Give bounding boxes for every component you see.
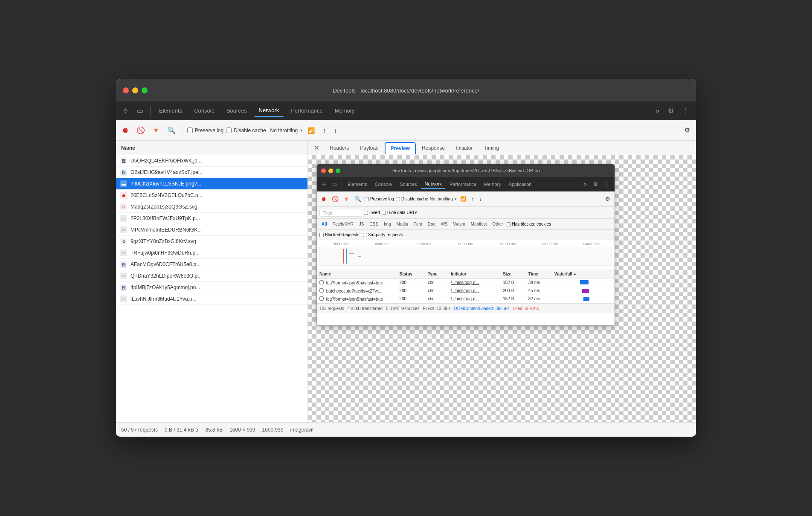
inner-cache-checkbox[interactable] xyxy=(396,197,400,201)
third-party-checkbox[interactable] xyxy=(363,233,367,237)
preserve-log-checkbox[interactable] xyxy=(187,128,193,133)
table-row[interactable]: log?format=json&hasfast=true 200 xhr /_/… xyxy=(317,295,615,303)
inner-tab-sources[interactable]: Sources xyxy=(396,180,420,188)
type-doc-btn[interactable]: Doc xyxy=(426,221,438,227)
invert-checkbox[interactable] xyxy=(364,211,368,215)
cell-initiator[interactable]: /_/mss/boq-d... xyxy=(448,278,500,287)
list-item[interactable]: ▭ TRFujw0pi0nHF3GwDuRn.p... xyxy=(116,247,307,259)
tab-initiator[interactable]: Initiator xyxy=(451,142,478,154)
inner-preserve-checkbox[interactable] xyxy=(365,197,369,201)
type-css-btn[interactable]: CSS xyxy=(367,221,380,227)
invert-label[interactable]: Invert xyxy=(364,210,380,215)
tab-headers[interactable]: Headers xyxy=(325,142,354,154)
inner-search-btn[interactable]: 🔍 xyxy=(353,195,363,203)
wifi-icon[interactable]: 📶 xyxy=(305,125,317,136)
list-item[interactable]: ⚙ 9gzXiTYY0nZzBxGl6KrV.svg xyxy=(116,236,307,247)
inner-filter-icon-btn[interactable]: ▼ xyxy=(342,195,351,203)
inner-tab-memory[interactable]: Memory xyxy=(481,180,505,188)
list-item[interactable]: 🖼 4pIMBj7zOAk1y5Agmmoj.pn... xyxy=(116,282,307,293)
tab-elements[interactable]: Elements xyxy=(154,105,187,116)
list-item-selected[interactable]: ▬ h90CtfziXIuvh1LSSKJE.png?... xyxy=(116,178,307,190)
inner-tab-console[interactable]: Console xyxy=(371,180,395,188)
filter-button[interactable]: ▼ xyxy=(150,125,162,136)
inner-filter-input[interactable] xyxy=(319,209,362,217)
minimize-button[interactable] xyxy=(132,87,138,93)
maximize-button[interactable] xyxy=(142,87,148,93)
col-header-waterfall[interactable]: Waterfall ▲ xyxy=(552,270,615,278)
list-item[interactable]: 🖼 U5OHzQL4tEKFr6OFlxWK.jp... xyxy=(116,155,307,167)
disable-cache-checkbox[interactable] xyxy=(226,128,232,133)
blocked-checkbox[interactable] xyxy=(319,233,324,237)
col-header-type[interactable]: Type xyxy=(425,270,448,278)
list-item[interactable]: ⏺ 20E6CLcSzNV2GELQu7oC.p... xyxy=(116,190,307,201)
type-all-btn[interactable]: All xyxy=(319,221,329,227)
row-checkbox[interactable] xyxy=(319,296,324,301)
search-button[interactable]: 🔍 xyxy=(165,125,178,136)
download-icon[interactable]: ↓ xyxy=(331,125,339,136)
type-img-btn[interactable]: Img xyxy=(382,221,393,227)
upload-icon[interactable]: ↑ xyxy=(320,125,328,136)
tab-response[interactable]: Response xyxy=(417,142,450,154)
type-fetch-btn[interactable]: Fetch/XHR xyxy=(331,221,356,227)
device-icon[interactable]: ▭ xyxy=(133,104,147,117)
row-checkbox[interactable] xyxy=(319,288,324,293)
panel-close-button[interactable]: ✕ xyxy=(311,143,322,153)
tab-sources[interactable]: Sources xyxy=(221,105,252,116)
inner-preserve-log[interactable]: Preserve log xyxy=(365,197,394,201)
tab-performance[interactable]: Performance xyxy=(286,105,328,116)
cell-initiator[interactable]: /_/mss/boq-d... xyxy=(448,295,500,303)
type-js-btn[interactable]: JS xyxy=(357,221,366,227)
tab-console[interactable]: Console xyxy=(189,105,220,116)
list-item[interactable]: 🖼 O2sIJEHG9avKV4aqzSx7.jpe... xyxy=(116,167,307,178)
cell-initiator[interactable]: /_/mss/boq-d... xyxy=(448,287,500,295)
tab-timing[interactable]: Timing xyxy=(479,142,505,154)
close-button[interactable] xyxy=(123,87,129,93)
list-item[interactable]: 🖼 AFacMOgv6D0CFTr6U5e8.p... xyxy=(116,259,307,270)
settings-icon[interactable]: ⚙ xyxy=(664,104,677,117)
col-header-initiator[interactable]: Initiator xyxy=(448,270,500,278)
inner-clear-btn[interactable]: 🚫 xyxy=(330,195,340,203)
more-tabs-icon[interactable]: » xyxy=(652,104,663,117)
inner-wifi-icon[interactable]: 📶 xyxy=(458,195,468,203)
hide-urls-checkbox[interactable] xyxy=(382,211,386,215)
inner-net-settings[interactable]: ⚙ xyxy=(603,195,612,203)
inner-upload-btn[interactable]: ↑ xyxy=(470,195,476,203)
clear-button[interactable]: 🚫 xyxy=(134,125,148,136)
list-item[interactable]: ⊘ MadqZsIZpo1sj3qQ3GsZ.svg xyxy=(116,201,307,213)
cursor-icon[interactable]: ⊹ xyxy=(119,104,132,117)
inner-record-btn[interactable]: ⏺ xyxy=(319,195,328,203)
table-row[interactable]: batchexecute?rpcids=xZTw... 200 xhr /_/m… xyxy=(317,287,615,295)
col-header-time[interactable]: Time xyxy=(526,270,552,278)
third-party-label[interactable]: 3rd-party requests xyxy=(363,232,403,237)
type-ws-btn[interactable]: WS xyxy=(439,221,450,227)
inner-tab-elements[interactable]: Elements xyxy=(344,180,371,188)
tab-preview[interactable]: Preview xyxy=(385,142,416,154)
more-options-icon[interactable]: ⋮ xyxy=(679,104,693,117)
tab-payload[interactable]: Payload xyxy=(355,142,383,154)
inner-tab-performance[interactable]: Performance xyxy=(446,180,480,188)
disable-cache-label[interactable]: Disable cache xyxy=(226,128,266,133)
has-blocked-checkbox[interactable] xyxy=(507,222,511,226)
list-item[interactable]: ▭ 2P2L80XfBoFWJFxU9TpK.p... xyxy=(116,213,307,224)
tab-memory[interactable]: Memory xyxy=(330,105,360,116)
hide-urls-label[interactable]: Hide data URLs xyxy=(382,210,418,215)
inner-tab-network[interactable]: Network xyxy=(421,180,445,189)
network-settings-icon[interactable]: ⚙ xyxy=(682,125,693,136)
col-header-size[interactable]: Size xyxy=(500,270,526,278)
type-media-btn[interactable]: Media xyxy=(394,221,410,227)
type-manifest-btn[interactable]: Manifest xyxy=(469,221,489,227)
type-wasm-btn[interactable]: Wasm xyxy=(451,221,467,227)
record-button[interactable]: ⏺ xyxy=(119,125,131,136)
list-item[interactable]: ▭ QTDnaY32hLDipeRW8e3O.p... xyxy=(116,270,307,282)
col-header-name[interactable]: Name xyxy=(317,270,397,278)
inner-download-btn[interactable]: ↓ xyxy=(477,195,484,203)
has-blocked-label[interactable]: Has blocked cookies xyxy=(507,222,551,226)
preserve-log-label[interactable]: Preserve log xyxy=(187,128,223,133)
throttle-select[interactable]: No throttling xyxy=(270,128,298,133)
type-other-btn[interactable]: Other xyxy=(490,221,505,227)
inner-disable-cache[interactable]: Disable cache xyxy=(396,197,428,201)
col-header-status[interactable]: Status xyxy=(397,270,426,278)
list-item[interactable]: ▭ MPcVmmemtEEDURBN6lGK... xyxy=(116,224,307,236)
list-item[interactable]: ▭ lLuvhNlJlrm3Mud4lJ1Yvu.p... xyxy=(116,293,307,305)
type-font-btn[interactable]: Font xyxy=(412,221,424,227)
